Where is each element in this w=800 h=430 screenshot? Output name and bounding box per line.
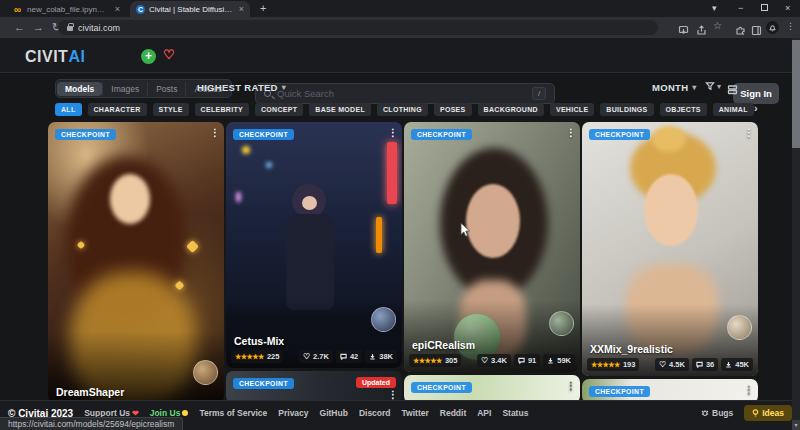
chip-buildings[interactable]: BUILDINGS — [600, 103, 653, 116]
star-rating-icons: ★★★★★ — [413, 357, 442, 365]
tab-search-icon[interactable]: ▾ — [712, 4, 717, 13]
logo-text-ai: AI — [68, 48, 85, 66]
tab-close-icon[interactable]: × — [239, 4, 244, 14]
creator-avatar[interactable] — [727, 315, 752, 340]
create-plus-icon[interactable]: + — [141, 49, 156, 64]
card-column: CHECKPOINT ⋮ epiCRealism ★★★★★ 305 ♡3.4K… — [404, 122, 580, 403]
footer-link-terms[interactable]: Terms of Service — [199, 408, 267, 418]
link-label: GitHub — [320, 408, 348, 418]
card-menu-icon[interactable]: ⋮ — [566, 380, 576, 391]
civitai-logo[interactable]: CIVIT AI — [25, 48, 85, 66]
tab-posts[interactable]: Posts — [147, 82, 185, 96]
chip-objects[interactable]: OBJECTS — [660, 103, 707, 116]
footer-link-status[interactable]: Status — [502, 408, 528, 418]
notification-bell-icon[interactable] — [766, 21, 779, 34]
new-tab-button[interactable]: + — [260, 3, 266, 14]
chip-poses[interactable]: POSES — [434, 103, 472, 116]
scrollbar-down-arrow-icon[interactable]: ▾ — [792, 420, 800, 430]
browser-menu-icon[interactable]: ⋮ — [786, 21, 797, 32]
bookmark-star-icon[interactable]: ☆ — [713, 20, 724, 31]
link-label: Status — [502, 408, 528, 418]
forward-icon[interactable]: → — [33, 21, 44, 34]
side-panel-icon[interactable] — [751, 22, 762, 33]
card-art — [644, 174, 698, 246]
window-close-button[interactable]: × — [785, 4, 790, 13]
bug-icon — [701, 409, 709, 417]
chip-base-model[interactable]: BASE MODEL — [309, 103, 371, 116]
link-label: Terms of Service — [199, 408, 267, 418]
downloads-count: 45K — [735, 360, 749, 369]
layout-toggle-button[interactable] — [727, 81, 738, 99]
lock-icon[interactable] — [67, 26, 73, 31]
model-card-partial[interactable]: CHECKPOINT Updated ⋮ — [226, 371, 402, 403]
creator-avatar[interactable] — [371, 307, 396, 332]
model-card-cetus-mix[interactable]: CHECKPOINT ⋮ Cetus-Mix ★★★★★ 225 ♡2.7K 4… — [226, 122, 402, 368]
tab-close-icon[interactable]: × — [115, 4, 120, 14]
address-bar[interactable]: civitai.com — [58, 20, 658, 35]
chip-vehicle[interactable]: VEHICLE — [550, 103, 594, 116]
footer-link-api[interactable]: API — [477, 408, 491, 418]
model-card-partial[interactable]: CHECKPOINT ⋮ — [404, 375, 580, 403]
tab-images[interactable]: Images — [102, 82, 147, 96]
chip-concept[interactable]: CONCEPT — [255, 103, 303, 116]
download-icon — [369, 353, 376, 360]
heart-icon: ♡ — [659, 361, 666, 368]
chips-scroll-right-icon[interactable]: › — [754, 102, 758, 114]
model-card-xxmix[interactable]: CHECKPOINT ⋮ XXMix_9realistic ★★★★★ 193 … — [582, 122, 758, 376]
creator-avatar[interactable] — [549, 311, 574, 336]
minimize-button[interactable]: − — [738, 4, 743, 13]
tab-models[interactable]: Models — [57, 82, 102, 96]
card-column: CHECKPOINT ⋮ DreamShaper — [48, 122, 224, 403]
page-scrollbar-thumb[interactable] — [792, 40, 800, 148]
downloads-pill: 45K — [721, 358, 753, 371]
link-label: Reddit — [440, 408, 466, 418]
comments-count: 42 — [350, 352, 358, 361]
card-menu-icon[interactable]: ⋮ — [744, 127, 754, 138]
card-menu-icon[interactable]: ⋮ — [388, 389, 398, 400]
browser-tab-strip: ∞ new_colab_file.ipynb - Colabora × C Ci… — [0, 0, 800, 17]
sort-select[interactable]: HIGHEST RATED ▾ — [197, 82, 286, 93]
maximize-button[interactable] — [761, 4, 768, 11]
filter-button[interactable]: ▾ — [705, 81, 721, 91]
footer-link-github[interactable]: GitHub — [320, 408, 348, 418]
creator-avatar[interactable] — [193, 360, 218, 385]
chip-style[interactable]: STYLE — [153, 103, 189, 116]
chip-background[interactable]: BACKGROUND — [478, 103, 544, 116]
footer-link-twitter[interactable]: Twitter — [402, 408, 429, 418]
card-menu-icon[interactable]: ⋮ — [744, 384, 754, 395]
chip-animal[interactable]: ANIMAL — [713, 103, 754, 116]
period-label: MONTH — [652, 82, 688, 93]
support-heart-icon[interactable]: ♡ — [163, 47, 175, 62]
chip-all[interactable]: ALL — [55, 103, 82, 116]
model-card-dreamshaper[interactable]: CHECKPOINT ⋮ DreamShaper — [48, 122, 224, 403]
card-menu-icon[interactable]: ⋮ — [210, 127, 220, 138]
chip-clothing[interactable]: CLOTHING — [377, 103, 428, 116]
model-card-epicrealism[interactable]: CHECKPOINT ⋮ epiCRealism ★★★★★ 305 ♡3.4K… — [404, 122, 580, 372]
downloads-pill: 59K — [543, 354, 575, 367]
browser-tab-civitai[interactable]: C Civitai | Stable Diffusion models × — [130, 1, 250, 17]
footer-link-reddit[interactable]: Reddit — [440, 408, 466, 418]
card-art — [236, 192, 241, 202]
footer-link-privacy[interactable]: Privacy — [278, 408, 308, 418]
model-title: epiCRealism — [412, 339, 475, 351]
card-menu-icon[interactable]: ⋮ — [388, 127, 398, 138]
share-icon[interactable] — [696, 22, 707, 33]
period-select[interactable]: MONTH ▾ — [652, 82, 697, 93]
extensions-puzzle-icon[interactable] — [735, 22, 746, 33]
chip-celebrity[interactable]: CELEBRITY — [195, 103, 249, 116]
save-page-icon[interactable] — [678, 22, 689, 33]
likes-count: 4.5K — [669, 360, 685, 369]
chip-character[interactable]: CHARACTER — [88, 103, 147, 116]
comments-count: 91 — [528, 356, 536, 365]
back-icon[interactable]: ← — [14, 21, 25, 34]
rating-count: 305 — [445, 356, 458, 365]
bugs-button[interactable]: Bugs — [701, 408, 733, 418]
rating-count: 193 — [623, 360, 636, 369]
card-menu-icon[interactable]: ⋮ — [566, 127, 576, 138]
downloads-count: 38K — [379, 352, 393, 361]
rating-pill: ★★★★★ 193 — [587, 358, 639, 371]
ideas-button[interactable]: Ideas — [744, 405, 792, 421]
browser-tab-colab[interactable]: ∞ new_colab_file.ipynb - Colabora × — [8, 1, 126, 17]
footer-link-discord[interactable]: Discord — [359, 408, 391, 418]
card-art — [302, 196, 317, 210]
